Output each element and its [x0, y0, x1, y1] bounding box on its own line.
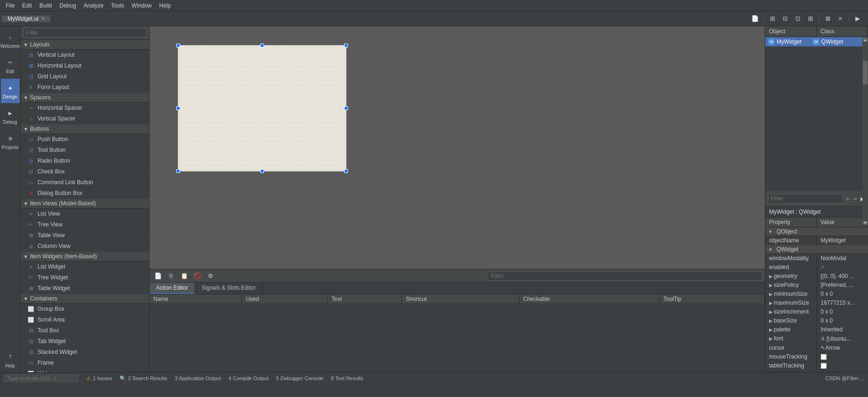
toolbar-btn-break[interactable]: ⊠ — [822, 13, 833, 24]
action-settings-btn[interactable]: ⚙ — [205, 270, 216, 282]
mousetracking-checkbox[interactable] — [821, 354, 827, 360]
toolbar-btn-layout-v[interactable]: ⊡ — [792, 13, 803, 24]
prop-remove-btn[interactable]: − — [853, 193, 858, 204]
widget-frame[interactable]: ▭ Frame — [21, 358, 149, 368]
sidebar-edit[interactable]: ✏ Edit — [1, 53, 20, 78]
resize-handle-bl[interactable] — [176, 169, 180, 173]
resize-handle-tl[interactable] — [176, 44, 180, 47]
widget-filter-input[interactable] — [23, 28, 146, 37]
menu-build[interactable]: Build — [36, 1, 56, 10]
widget-dialog-button-box[interactable]: ✕ Dialog Button Box — [21, 188, 149, 199]
section-spacers[interactable]: ▼ Spacers — [21, 93, 149, 103]
prop-value-sizeincrement[interactable]: 0 x 0 — [817, 307, 868, 316]
widget-form-layout[interactable]: ≡ Form Layout — [21, 82, 149, 93]
prop-value-mousetracking[interactable] — [817, 352, 868, 361]
sidebar-debug[interactable]: ▶ Debug — [1, 104, 20, 128]
menu-window[interactable]: Window — [128, 1, 156, 10]
tab-mywidget[interactable]: MyWidget.ui ✕ — [2, 15, 51, 22]
widget-check-box[interactable]: ☑ Check Box — [21, 166, 149, 177]
prop-value-enabled[interactable]: ✓ — [817, 263, 868, 271]
sidebar-projects[interactable]: ⊞ Projects — [1, 129, 20, 154]
widget-tree-view[interactable]: ⊢ Tree View — [21, 219, 149, 230]
widget-tool-button[interactable]: ⊡ Tool Button — [21, 145, 149, 156]
section-layouts[interactable]: ▼ Layouts — [21, 40, 149, 50]
widget-column-view[interactable]: ⫼ Column View — [21, 241, 149, 252]
section-containers[interactable]: ▼ Containers — [21, 294, 149, 304]
toolbar-btn-new[interactable]: 📄 — [749, 13, 761, 24]
resize-handle-br[interactable] — [344, 169, 348, 173]
bottom-filter-input[interactable] — [488, 271, 762, 281]
section-buttons[interactable]: ▼ Buttons — [21, 124, 149, 134]
status-test-results[interactable]: 8 Test Results — [331, 375, 363, 381]
section-item-views[interactable]: ▼ Item Views (Model-Based) — [21, 199, 149, 209]
widget-stacked-widget[interactable]: ⊟ Stacked Widget — [21, 347, 149, 358]
prop-section-qobject[interactable]: ▼ QObject — [765, 227, 868, 236]
resize-handle-bc[interactable] — [260, 169, 264, 173]
widget-table-view[interactable]: ⊞ Table View — [21, 230, 149, 241]
widget-command-link-button[interactable]: ▷ Command Link Button — [21, 177, 149, 188]
widget-vertical-spacer[interactable]: ↕ Vertical Spacer — [21, 113, 149, 124]
widget-table-widget[interactable]: ⊞ Table Widget — [21, 283, 149, 294]
toolbar-btn-select[interactable]: ⊞ — [767, 13, 778, 24]
menu-edit[interactable]: Edit — [18, 1, 36, 10]
status-debugger-console[interactable]: 5 Debugger Console — [276, 375, 324, 381]
widget-list-view[interactable]: ≡ List View — [21, 209, 149, 219]
widget-vertical-layout[interactable]: ⊟ Vertical Layout — [21, 50, 149, 60]
status-compile-output[interactable]: 4 Compile Output — [228, 375, 269, 381]
tablettracking-checkbox[interactable] — [821, 363, 827, 369]
menu-debug[interactable]: Debug — [56, 1, 80, 10]
prop-value-palette[interactable]: Inherited — [817, 325, 868, 334]
toolbar-btn-layout-g[interactable]: ⊞ — [805, 13, 816, 24]
widget-horizontal-layout[interactable]: ⊞ Horizontal Layout — [21, 60, 149, 71]
canvas-widget[interactable] — [178, 45, 347, 172]
prop-value-maximumsize[interactable]: 16777215 x... — [817, 299, 868, 307]
sidebar-design[interactable]: ◈ Design — [1, 79, 20, 103]
widget-radio-button[interactable]: ◎ Radio Button — [21, 156, 149, 166]
tab-close-icon[interactable]: ✕ — [41, 16, 45, 21]
widget-scroll-area[interactable]: ⬜ Scroll Area — [21, 315, 149, 325]
widget-group-box[interactable]: ⬜ Group Box — [21, 304, 149, 315]
resize-handle-tc[interactable] — [260, 44, 264, 47]
design-canvas[interactable] — [150, 26, 765, 269]
sidebar-help[interactable]: ? Help — [1, 348, 20, 372]
widget-horizontal-spacer[interactable]: ↔ Horizontal Spacer — [21, 103, 149, 113]
widget-grid-layout[interactable]: ⊡ Grid Layout — [21, 71, 149, 82]
prop-section-qwidget[interactable]: ▼ QWidget — [765, 245, 868, 254]
object-row[interactable]: W MyWidget W QWidget — [765, 37, 868, 46]
prop-value-font[interactable]: A[Ubuntu... — [817, 334, 868, 343]
toolbar-btn-adj[interactable]: ≡ — [835, 13, 846, 24]
property-filter-input[interactable] — [768, 194, 843, 203]
prop-add-btn[interactable]: + — [845, 193, 851, 204]
widget-list-widget[interactable]: ≡ List Widget — [21, 262, 149, 272]
action-paste-btn[interactable]: 📋 — [179, 270, 190, 282]
tab-signals-slots[interactable]: Signals & Slots Editor — [195, 283, 263, 294]
menu-tools[interactable]: Tools — [107, 1, 128, 10]
action-new-btn[interactable]: 📄 — [152, 270, 164, 282]
status-app-output[interactable]: 3 Application Output — [175, 375, 221, 381]
menu-analyze[interactable]: Analyze — [80, 1, 107, 10]
widget-tab-widget[interactable]: ⊡ Tab Widget — [21, 336, 149, 347]
prop-value-objectname[interactable]: MyWidget — [817, 236, 868, 245]
widget-tree-widget[interactable]: ⊢ Tree Widget — [21, 272, 149, 283]
prop-value-cursor[interactable]: ↖ Arrow — [817, 344, 868, 352]
toolbar-btn-layout-h[interactable]: ⊟ — [779, 13, 791, 24]
widget-push-button[interactable]: ▭ Push Button — [21, 134, 149, 145]
prop-value-geometry[interactable]: [(0, 0), 400 ... — [817, 272, 868, 280]
prop-value-sizepolicy[interactable]: [Preferred, ... — [817, 281, 868, 289]
tab-action-editor[interactable]: Action Editor — [150, 283, 195, 294]
status-issues[interactable]: ⚠ 1 Issues — [86, 375, 112, 382]
prop-value-basesize[interactable]: 0 x 0 — [817, 316, 868, 325]
action-copy-btn[interactable]: ⎘ — [166, 270, 177, 282]
prop-value-minimumsize[interactable]: 0 x 0 — [817, 290, 868, 298]
toolbar-btn-preview[interactable]: ▶ — [852, 13, 863, 24]
menu-file[interactable]: File — [2, 1, 18, 10]
resize-handle-ml[interactable] — [176, 106, 180, 110]
widget-widget[interactable]: ⬜ Widget — [21, 368, 149, 372]
prop-value-windowmodality[interactable]: NonModal — [817, 254, 868, 262]
sidebar-welcome[interactable]: ⌂ Welcome — [1, 28, 20, 52]
resize-handle-mr[interactable] — [344, 106, 348, 110]
menu-help[interactable]: Help — [156, 1, 175, 10]
resize-handle-tr[interactable] — [344, 44, 348, 47]
status-search-results[interactable]: 🔍 2 Search Results — [120, 375, 167, 382]
widget-tool-box[interactable]: ⊟ Tool Box — [21, 325, 149, 336]
